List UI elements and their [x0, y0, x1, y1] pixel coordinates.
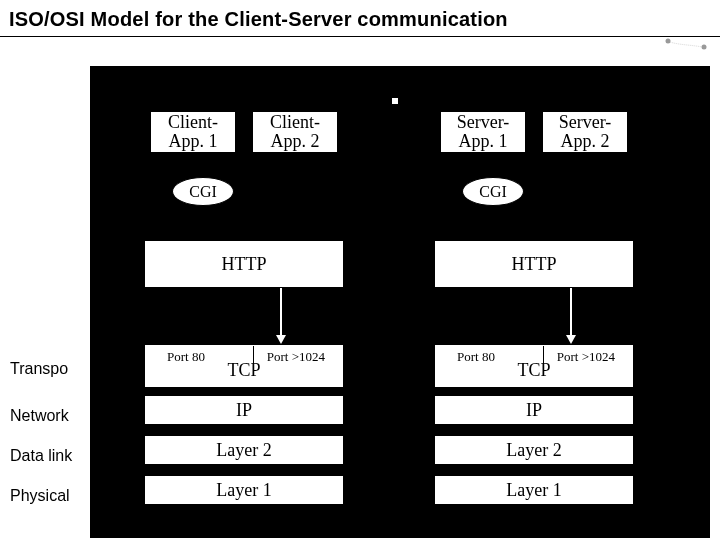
label-transport: Transpo: [10, 360, 68, 378]
client-http: HTTP: [144, 240, 344, 288]
server-ip: IP: [434, 395, 634, 425]
server-cgi: CGI: [462, 177, 524, 206]
label-physical: Physical: [10, 487, 70, 505]
client-layer2: Layer 2: [144, 435, 344, 465]
client-cgi: CGI: [172, 177, 234, 206]
label-datalink: Data link: [10, 447, 72, 465]
client-layer1: Layer 1: [144, 475, 344, 505]
svg-point-1: [702, 45, 707, 50]
server-layer1: Layer 1: [434, 475, 634, 505]
server-app-1: Server- App. 1: [440, 111, 526, 153]
server-arrow-down-icon: [566, 288, 576, 344]
station-tick: [392, 98, 398, 104]
client-tcp: Port 80 Port >1024 TCP: [144, 344, 344, 388]
client-tcp-label: TCP: [145, 360, 343, 381]
server-tcp-label: TCP: [435, 360, 633, 381]
client-arrow-down-icon: [276, 288, 286, 344]
client-app-2: Client- App. 2: [252, 111, 338, 153]
corner-dots-icon: [664, 37, 708, 51]
server-tcp: Port 80 Port >1024 TCP: [434, 344, 634, 388]
svg-point-0: [666, 39, 671, 44]
title-underline: [0, 36, 720, 37]
server-app-2: Server- App. 2: [542, 111, 628, 153]
client-ip: IP: [144, 395, 344, 425]
label-network: Network: [10, 407, 69, 425]
client-app-1: Client- App. 1: [150, 111, 236, 153]
slide-title: ISO/OSI Model for the Client-Server comm…: [9, 8, 508, 31]
server-layer2: Layer 2: [434, 435, 634, 465]
server-http: HTTP: [434, 240, 634, 288]
diagram-stage: Client- App. 1 Client- App. 2 CGI HTTP P…: [90, 66, 710, 538]
